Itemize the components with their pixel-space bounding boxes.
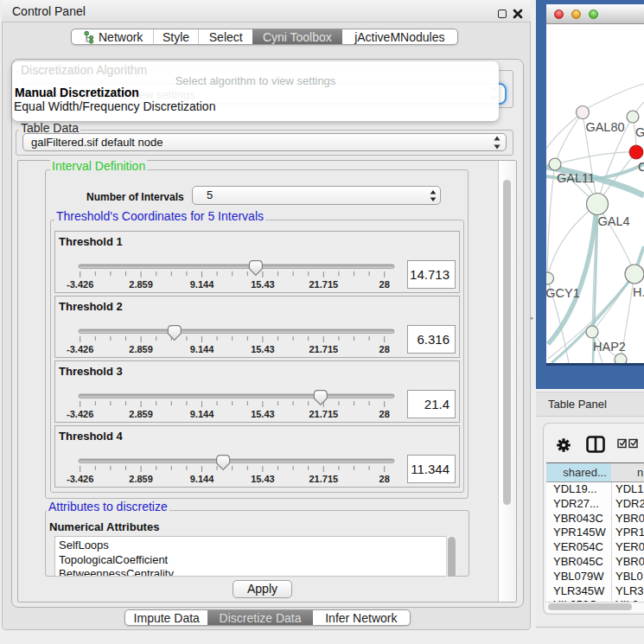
svg-text:H...: H... — [633, 285, 644, 299]
svg-text:C...: C... — [638, 160, 644, 174]
svg-text:GAL80: GAL80 — [585, 120, 624, 134]
svg-text:G...: G... — [635, 125, 644, 139]
svg-text:HAP2: HAP2 — [593, 340, 626, 354]
svg-text:GAL11: GAL11 — [557, 171, 595, 185]
svg-text:GAL4: GAL4 — [597, 214, 629, 228]
svg-text:GCY1: GCY1 — [546, 286, 580, 300]
